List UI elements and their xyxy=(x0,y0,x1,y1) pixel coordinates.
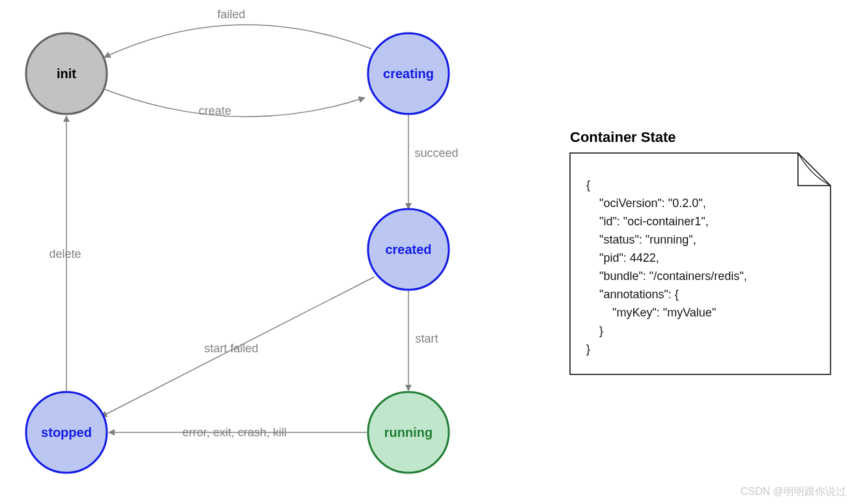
edge-label-succeed: succeed xyxy=(414,147,458,160)
code-line-0: { xyxy=(586,178,590,191)
code-line-5: "bundle": "/containers/redis", xyxy=(586,270,747,283)
code-line-7: "myKey": "myValue" xyxy=(586,306,716,319)
edge-label-start-failed: start failed xyxy=(204,342,258,355)
node-stopped-label: stopped xyxy=(41,425,92,440)
code-line-8: } xyxy=(586,324,603,337)
watermark: CSDN @明明跟你说过 xyxy=(741,485,846,499)
edge-label-create: create xyxy=(199,104,231,117)
node-init-label: init xyxy=(57,66,76,81)
code-line-2: "id": "oci-container1", xyxy=(586,215,709,228)
node-running-label: running xyxy=(384,425,433,440)
code-line-4: "pid": 4422, xyxy=(586,251,659,264)
node-running: running xyxy=(368,392,449,473)
panel-title: Container State xyxy=(570,129,676,145)
code-line-1: "ociVersion": "0.2.0", xyxy=(586,197,706,210)
code-line-6: "annotations": { xyxy=(586,288,679,301)
edge-label-error-exit: error, exit, crash, kill xyxy=(182,426,287,439)
node-stopped: stopped xyxy=(26,392,107,473)
state-diagram: create failed succeed start start failed… xyxy=(0,0,854,504)
node-created: created xyxy=(368,209,449,290)
node-creating: creating xyxy=(368,33,449,114)
code-line-9: } xyxy=(586,343,590,356)
node-creating-label: creating xyxy=(383,66,434,81)
node-created-label: created xyxy=(385,242,431,257)
edge-create xyxy=(101,88,365,117)
edge-label-failed: failed xyxy=(217,8,245,21)
edge-label-start: start xyxy=(415,332,438,345)
node-init: init xyxy=(26,33,107,114)
edge-failed xyxy=(104,25,371,57)
code-line-3: "status": "running", xyxy=(586,233,696,246)
edge-label-delete: delete xyxy=(49,247,81,260)
